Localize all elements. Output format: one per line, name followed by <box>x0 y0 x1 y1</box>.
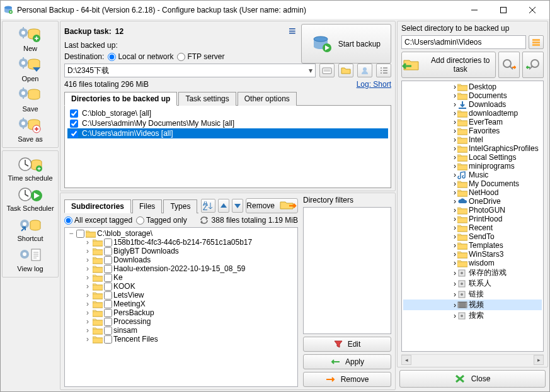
svg-rect-35 <box>532 39 540 41</box>
subtree-item[interactable]: ›KOOK <box>66 282 296 291</box>
radio-all-except[interactable]: All except tagged <box>64 216 132 225</box>
subtree-item[interactable]: ›Processing <box>66 317 296 326</box>
browse-button[interactable] <box>319 64 335 77</box>
destination-input[interactable]: ▾ <box>64 64 316 77</box>
right-tree-item[interactable]: ›Downloads <box>403 100 542 109</box>
right-tree-item[interactable]: ›Music <box>403 171 542 179</box>
minimize-button[interactable] <box>460 1 489 19</box>
directory-row[interactable]: C:\Users\admin\My Documents\My Music [al… <box>67 118 388 128</box>
sidebar-timeschedule-button[interactable]: Time schedule <box>3 154 58 184</box>
right-tree-item[interactable]: ›视频 <box>403 300 542 310</box>
refresh-icon[interactable] <box>199 216 209 225</box>
task-menu-icon[interactable]: ≡ <box>289 24 296 38</box>
directory-row[interactable]: C:\Users\admin\Videos [all] <box>67 128 388 138</box>
directory-list[interactable]: C:\blob_storage\ [all]C:\Users\admin\My … <box>67 108 388 185</box>
right-tree-item[interactable]: ›IntelGraphicsProfiles <box>403 144 542 153</box>
right-tree-item[interactable]: ›My Documents <box>403 179 542 188</box>
svg-point-41 <box>461 272 463 274</box>
right-tree-item[interactable]: ›保存的游戏 <box>403 267 542 278</box>
close-window-button[interactable] <box>518 1 547 19</box>
right-tree-item[interactable]: ›miniprograms <box>403 162 542 171</box>
sidebar-new-button[interactable]: New <box>3 24 58 54</box>
folder-icon <box>457 145 467 153</box>
preview-button[interactable] <box>498 52 520 78</box>
sidebar-taskscheduler-button[interactable]: Task Scheduler <box>3 184 58 214</box>
subtree-item[interactable]: ›BiglyBT Downloads <box>66 247 296 255</box>
folder-button[interactable] <box>338 64 353 77</box>
subtab-types[interactable]: Types <box>163 199 197 213</box>
right-tree-item[interactable]: ›联系人 <box>403 278 542 289</box>
right-tree-item[interactable]: ›Intel <box>403 135 542 144</box>
sidebar: NewOpenSaveSave as Time scheduleTask Sch… <box>2 21 59 390</box>
right-tree-item[interactable]: ›downloadtemp <box>403 109 542 118</box>
close-button[interactable]: Close <box>399 370 546 388</box>
right-tree-hscroll[interactable]: ◂▸ <box>401 354 544 364</box>
right-tree-item[interactable]: ›Desktop <box>403 82 542 91</box>
subtree-item[interactable]: ›Downloads <box>66 255 296 264</box>
sidebar-open-button[interactable]: Open <box>3 54 58 84</box>
right-tree-item[interactable]: ›WinStars3 <box>403 250 542 259</box>
filter-list[interactable] <box>303 207 391 334</box>
right-tree-item[interactable]: ›wisdom <box>403 259 542 267</box>
sys-icon <box>457 311 467 320</box>
right-path-input[interactable] <box>401 35 526 49</box>
log-link[interactable]: Log: Short <box>357 80 391 89</box>
tab-directories[interactable]: Directories to be backed up <box>64 92 177 106</box>
right-tree-item[interactable]: ›PrintHood <box>403 215 542 223</box>
right-tree-item[interactable]: ›链接 <box>403 289 542 300</box>
start-backup-button[interactable]: Start backup <box>301 24 391 64</box>
tab-task-settings[interactable]: Task settings <box>178 92 236 106</box>
sidebar-saveas-button[interactable]: Save as <box>3 115 58 145</box>
subtab-subdirectories[interactable]: Subdirectories <box>64 199 131 213</box>
right-tree-item[interactable]: ›Templates <box>403 241 542 250</box>
window-title: Personal Backup - 64-bit (Version 6.2.18… <box>17 6 460 14</box>
svg-point-48 <box>461 315 463 317</box>
filter-edit-button[interactable]: Edit <box>303 337 391 352</box>
right-tree-item[interactable]: ›EverTeam <box>403 118 542 126</box>
move-up-button[interactable] <box>218 199 229 213</box>
right-tree-item[interactable]: ›SendTo <box>403 232 542 241</box>
subtree-item[interactable]: ›sinsam <box>66 326 296 335</box>
radio-tagged-only[interactable]: Tagged only <box>136 216 187 225</box>
user-button[interactable] <box>357 64 372 77</box>
right-tree-item[interactable]: ›Documents <box>403 91 542 100</box>
favorites-button[interactable] <box>529 35 544 49</box>
tab-other-options[interactable]: Other options <box>238 92 297 106</box>
subtree-item[interactable]: ›Tencent Files <box>66 335 296 344</box>
right-tree-item[interactable]: ›PhotoGUN <box>403 206 542 215</box>
maximize-button[interactable] <box>489 1 518 19</box>
radio-ftp[interactable]: FTP server <box>177 52 224 61</box>
add-directories-button[interactable]: Add directories to task <box>401 52 496 78</box>
subtree-item[interactable]: ›LetsView <box>66 291 296 300</box>
radio-local[interactable]: Local or network <box>108 52 173 61</box>
filter-apply-button[interactable]: Apply <box>303 354 391 369</box>
right-tree-item[interactable]: ›OneDrive <box>403 197 542 206</box>
preview-back-button[interactable] <box>522 52 544 78</box>
subtree-item[interactable]: ›MeetingX <box>66 300 296 308</box>
filter-remove-button[interactable]: Remove <box>303 372 391 387</box>
right-tree-item[interactable]: ›Local Settings <box>403 153 542 162</box>
list-button[interactable] <box>376 64 391 77</box>
remove-dir-button[interactable]: Remove <box>246 198 298 213</box>
subtab-files[interactable]: Files <box>132 199 162 213</box>
sidebar-save-button[interactable]: Save <box>3 84 58 115</box>
sidebar-viewlog-button[interactable]: View log <box>3 244 58 274</box>
subtree-item[interactable]: ›PersBackup <box>66 308 296 317</box>
right-tree-item[interactable]: ›搜索 <box>403 310 542 321</box>
destination-dropdown-icon[interactable]: ▾ <box>309 66 312 75</box>
subtree-item[interactable]: ›Ke <box>66 273 296 282</box>
right-tree-item[interactable]: ›NetHood <box>403 188 542 197</box>
subdirectory-tree[interactable]: −C:\blob_storage\›158b1fbc-4fc3-44c6-b21… <box>64 227 298 387</box>
folder-icon <box>457 224 467 232</box>
subtree-item[interactable]: ›Haolu-extension-2022-10-19-15_08_59 <box>66 264 296 273</box>
move-down-button[interactable] <box>232 199 243 213</box>
right-tree-item[interactable]: ›Favorites <box>403 126 542 135</box>
directory-row[interactable]: C:\blob_storage\ [all] <box>67 108 388 118</box>
sidebar-shortcut-button[interactable]: Shortcut <box>3 214 58 244</box>
svg-point-11 <box>21 91 25 95</box>
right-tree-item[interactable]: ›Recent <box>403 223 542 232</box>
right-directory-tree[interactable]: ›Desktop›Documents›Downloads›downloadtem… <box>401 81 544 352</box>
sort-button[interactable]: AZ <box>201 199 215 213</box>
viewlog-icon <box>18 246 43 264</box>
subtree-item[interactable]: ›158b1fbc-4fc3-44c6-b214-7651c1a05b17 <box>66 238 296 247</box>
